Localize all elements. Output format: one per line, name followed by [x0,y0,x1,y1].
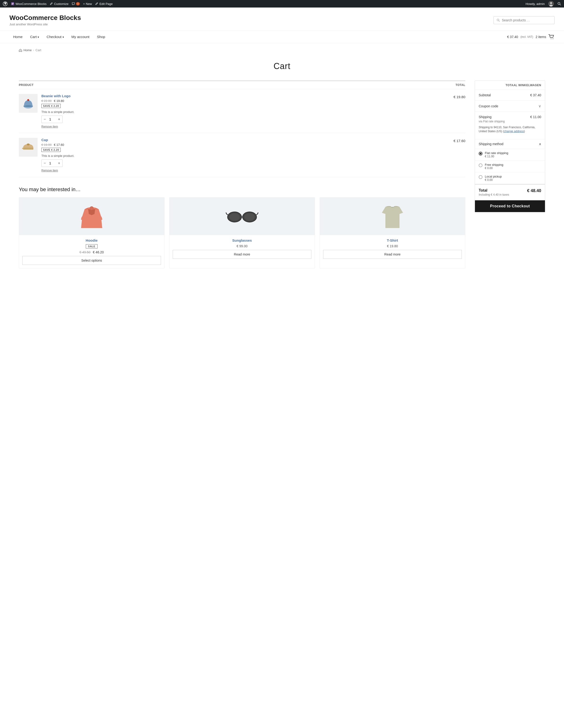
cart-left: PRODUCT TOTAL Beanie with Logo € 22. [19,81,465,268]
cart-incl-vat: (incl. VAT) [521,35,533,39]
page-wrapper: Home › Cart Cart PRODUCT TOTAL [0,43,564,268]
product-grid: Hoodie SALE € 49.50 € 46.20 Select optio… [19,197,465,268]
svg-point-17 [229,213,240,221]
total-col-header: TOTAL [456,83,465,87]
subtotal-value: € 37.40 [530,93,541,97]
new-link[interactable]: + New [83,2,92,6]
beanie-qty-decrease[interactable]: − [42,116,48,123]
free-shipping-option[interactable]: Free shipping € 0.00 [475,161,545,172]
product-card-sunglasses[interactable]: Sunglasses € 99.00 Read more [169,197,315,268]
cap-image [19,138,38,157]
tshirt-image [320,197,465,235]
beanie-remove-link[interactable]: Remove item [41,125,445,128]
local-pickup-price: € 0.00 [485,178,502,182]
admin-search-button[interactable] [557,2,561,6]
free-shipping-radio[interactable] [479,163,483,167]
cap-qty-input[interactable] [48,161,56,165]
sunglasses-svg [225,208,258,225]
nav-item-checkout[interactable]: Checkout [43,31,67,43]
comments-count: 0 [76,2,80,5]
admin-avatar[interactable] [548,1,554,7]
beanie-quantity-control: − + [41,116,62,123]
hoodie-old-price: € 49.50 [79,250,90,254]
hoodie-select-button[interactable]: Select options [22,256,161,265]
customize-link[interactable]: Customize [50,2,68,6]
wp-logo-button[interactable] [3,1,8,6]
beanie-name-link[interactable]: Beanie with Logo [41,94,445,98]
flat-rate-info: Flat rate shipping € 11.00 [485,151,508,158]
howdy-label: Howdy, admin [526,2,545,6]
breadcrumb-home[interactable]: Home [23,48,32,52]
coupon-row[interactable]: Coupon code ∨ [475,101,545,112]
site-title[interactable]: WooCommerce Blocks [9,14,81,22]
total-label: Total [479,188,509,193]
tshirt-name-link[interactable]: T-Shirt [323,238,462,242]
local-pickup-radio[interactable] [479,175,483,179]
tshirt-card-body: T-Shirt € 19.80 Read more [320,235,465,262]
nav-item-cart[interactable]: Cart [26,31,43,43]
svg-rect-1 [11,2,14,5]
beanie-qty-increase[interactable]: + [56,116,62,123]
change-address-link[interactable]: change address [504,130,524,133]
cart-right: TOTAAL WINKELWAGEN Subtotal € 37.40 Coup… [475,81,545,212]
nav-item-shop[interactable]: Shop [93,31,109,43]
edit-page-label: Edit Page [99,2,112,6]
cart-table-header: PRODUCT TOTAL [19,81,465,89]
sunglasses-image [169,197,315,235]
coupon-chevron-icon: ∨ [538,104,541,108]
edit-page-link[interactable]: Edit Page [95,2,112,6]
svg-point-8 [553,38,553,39]
cap-name-link[interactable]: Cap [41,138,445,142]
nav-item-home[interactable]: Home [9,31,26,43]
breadcrumb-current: Cart [35,48,41,52]
hoodie-prices: € 49.50 € 46.20 [22,250,161,254]
hoodie-name-link[interactable]: Hoodie [22,238,161,242]
free-shipping-info: Free shipping € 0.00 [485,163,503,170]
woocommerce-blocks-link[interactable]: WooCommerce Blocks [11,2,47,6]
checkout-button[interactable]: Proceed to Checkout [475,200,545,212]
cap-remove-link[interactable]: Remove item [41,169,445,172]
comments-link[interactable]: 0 [72,2,80,5]
sunglasses-read-more-button[interactable]: Read more [173,250,312,259]
shipping-value: € 11.00 [530,115,541,119]
recommendations: You may be interested in… [19,186,465,268]
coupon-label: Coupon code [479,104,498,108]
beanie-price: € 19.80 [54,99,64,103]
flat-rate-option[interactable]: Flat rate shipping € 11.00 [475,149,545,161]
svg-point-11 [23,105,33,107]
hoodie-svg [80,202,103,230]
svg-rect-10 [27,99,29,101]
cap-qty-decrease[interactable]: − [42,160,48,167]
site-tagline: Just another WordPress site [9,23,81,26]
tshirt-read-more-button[interactable]: Read more [323,250,462,259]
subtotal-label: Subtotal [479,93,491,97]
cap-details: Cap € 19.00 € 17.60 SAVE € 2.20 This is … [41,138,445,172]
home-icon [19,49,22,52]
sunglasses-name-link[interactable]: Sunglasses [173,238,312,242]
flat-rate-price: € 11.00 [485,155,508,158]
breadcrumb: Home › Cart [19,43,545,54]
search-input[interactable] [502,18,552,22]
cap-qty-increase[interactable]: + [56,160,62,167]
svg-point-3 [550,2,552,4]
product-card-hoodie[interactable]: Hoodie SALE € 49.50 € 46.20 Select optio… [19,197,164,268]
shipping-via: via Flat rate shipping [479,120,541,123]
customize-label: Customize [54,2,68,6]
svg-point-18 [244,213,255,221]
hoodie-sale-badge: SALE [86,244,97,248]
cart-summary[interactable]: € 37.40 (incl. VAT) 2 items [507,34,555,39]
woocommerce-blocks-label: WooCommerce Blocks [16,2,47,6]
nav-item-myaccount[interactable]: My account [68,31,93,43]
shipping-label: Shipping [479,115,492,119]
beanie-qty-input[interactable] [48,117,56,121]
cap-old-price: € 19.00 [41,143,51,147]
shipping-method-header[interactable]: Shipping method ∧ [475,139,545,149]
flat-rate-radio[interactable] [479,152,483,155]
beanie-total: € 19.80 [449,94,465,99]
beanie-old-price: € 22.00 [41,99,51,103]
page-title: Cart [19,61,545,71]
search-box[interactable] [494,16,555,24]
product-card-tshirt[interactable]: T-Shirt € 19.80 Read more [320,197,465,268]
beanie-svg [21,96,36,111]
local-pickup-option[interactable]: Local pickup € 0.00 [475,172,545,184]
